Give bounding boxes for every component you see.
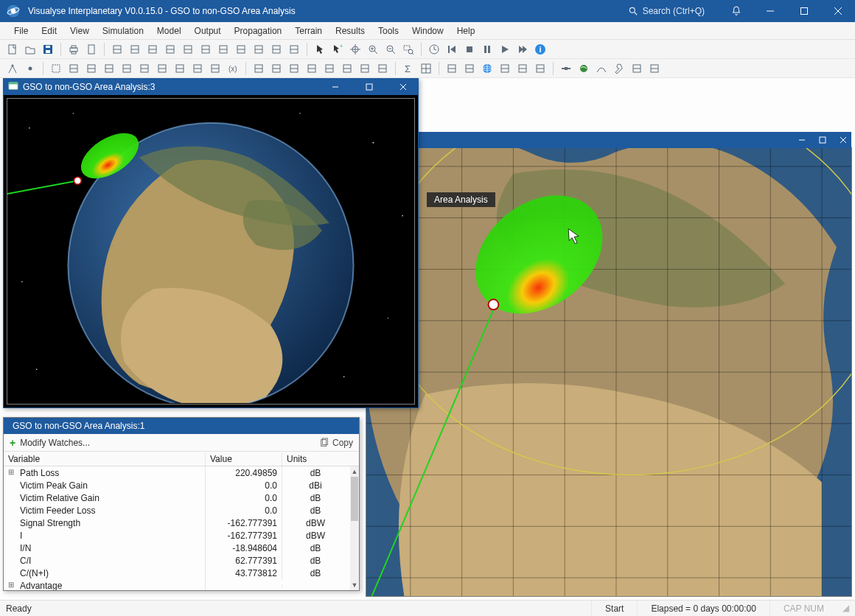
zoom-out-button[interactable] — [383, 41, 399, 57]
buildings-2-button[interactable] — [646, 60, 663, 77]
panel-3-button[interactable] — [497, 60, 513, 77]
link-v-button[interactable] — [83, 60, 100, 77]
layers-button[interactable] — [172, 60, 188, 77]
window-11-button[interactable] — [286, 41, 302, 57]
window-10-button[interactable] — [268, 41, 285, 57]
list-button[interactable] — [101, 60, 117, 77]
watch-row[interactable]: Signal Strength-162.777391dBW — [4, 517, 350, 529]
menu-edit[interactable]: Edit — [35, 24, 63, 38]
globe-window[interactable]: GSO to non-GSO Area Analysis:3 — [3, 78, 419, 408]
resize-grip-icon[interactable]: ◢ — [837, 603, 849, 615]
menu-file[interactable]: File — [7, 24, 35, 38]
save-file-button[interactable] — [40, 41, 56, 57]
paren-x-button[interactable]: (x) — [225, 60, 241, 77]
col-units[interactable]: Units — [282, 452, 349, 466]
list-dot-button[interactable] — [119, 60, 135, 77]
scroll-thumb[interactable] — [351, 477, 358, 521]
menu-terrain[interactable]: Terrain — [288, 24, 329, 38]
buildings-1-button[interactable] — [629, 60, 645, 77]
watch-row[interactable]: C/I62.777391dB — [4, 554, 350, 567]
users-2-button[interactable] — [268, 60, 285, 77]
fast-forward-button[interactable] — [514, 41, 531, 57]
menu-tools[interactable]: Tools — [371, 24, 405, 38]
panel-2-button[interactable] — [461, 60, 478, 77]
menu-view[interactable]: View — [63, 24, 96, 38]
stop-button[interactable] — [461, 41, 478, 57]
info-button[interactable]: i — [532, 41, 548, 57]
menu-propagation[interactable]: Propagation — [228, 24, 289, 38]
antenna-button[interactable] — [4, 60, 21, 77]
clock-button[interactable] — [426, 41, 442, 57]
pause-button[interactable] — [479, 41, 495, 57]
window-8-button[interactable] — [233, 41, 249, 57]
play-button[interactable] — [497, 41, 513, 57]
window-3-button[interactable] — [144, 41, 161, 57]
watch-window[interactable]: GSO to non-GSO Area Analysis:1 + Modify … — [3, 417, 360, 591]
pointer-plus-button[interactable]: + — [329, 41, 346, 57]
open-file-button[interactable] — [22, 41, 38, 57]
step-back-button[interactable] — [444, 41, 460, 57]
pane-maximize-icon[interactable] — [819, 133, 826, 147]
list-x-button[interactable] — [136, 60, 153, 77]
globe-window-titlebar[interactable]: GSO to non-GSO Area Analysis:3 — [4, 79, 418, 95]
window-7-button[interactable] — [215, 41, 231, 57]
menu-simulation[interactable]: Simulation — [96, 24, 150, 38]
menu-results[interactable]: Results — [329, 24, 371, 38]
menu-help[interactable]: Help — [450, 24, 482, 38]
watch-row[interactable]: C/(N+I)43.773812dB — [4, 567, 350, 579]
watch-row[interactable]: Path Loss220.49859dB — [4, 466, 350, 479]
maximize-button[interactable] — [787, 0, 821, 22]
zoom-area-button[interactable] — [400, 41, 416, 57]
window-1-button[interactable] — [109, 41, 125, 57]
window-6-button[interactable] — [198, 41, 214, 57]
panel-1-button[interactable] — [444, 60, 460, 77]
users-7-button[interactable] — [357, 60, 373, 77]
pane-minimize-icon[interactable] — [798, 133, 806, 147]
users-5-button[interactable] — [321, 60, 338, 77]
menu-window[interactable]: Window — [405, 24, 450, 38]
plus-icon[interactable]: + — [10, 437, 15, 449]
flow-button[interactable] — [207, 60, 223, 77]
link-h-button[interactable] — [66, 60, 82, 77]
globe-min-button[interactable] — [321, 79, 350, 95]
window-5-button[interactable] — [180, 41, 196, 57]
sat-button[interactable] — [558, 60, 574, 77]
modify-watches-button[interactable]: Modify Watches... — [20, 438, 90, 448]
search-box[interactable]: Search (Ctrl+Q) — [628, 6, 705, 16]
path-button[interactable] — [593, 60, 610, 77]
page-button[interactable] — [83, 41, 100, 57]
watch-row[interactable]: I/N-18.948604dB — [4, 542, 350, 554]
grid-button[interactable] — [418, 60, 434, 77]
wrench-button[interactable] — [611, 60, 627, 77]
notifications-button[interactable] — [719, 5, 753, 17]
window-2-button[interactable] — [127, 41, 143, 57]
menu-model[interactable]: Model — [150, 24, 188, 38]
window-9-button[interactable] — [251, 41, 267, 57]
panel-5-button[interactable] — [532, 60, 548, 77]
pane-close-icon[interactable] — [840, 133, 847, 147]
users-4-button[interactable] — [304, 60, 320, 77]
earth-button[interactable] — [576, 60, 592, 77]
map-view-pane[interactable]: Area Analysis — [366, 147, 852, 597]
globe-small-button[interactable] — [479, 60, 495, 77]
window-4-button[interactable] — [162, 41, 178, 57]
close-button[interactable] — [821, 0, 855, 22]
box-button[interactable] — [48, 60, 64, 77]
scroll-down-icon[interactable]: ▼ — [350, 580, 359, 590]
crosshair-button[interactable] — [347, 41, 363, 57]
sigma-button[interactable]: Σ — [400, 60, 416, 77]
col-variable[interactable]: Variable — [4, 452, 206, 466]
minimize-button[interactable] — [753, 0, 787, 22]
watch-row[interactable]: Advantage — [4, 579, 350, 590]
watch-row[interactable]: Victim Relative Gain0.0dB — [4, 491, 350, 504]
signal-button[interactable] — [189, 60, 206, 77]
globe-close-button[interactable] — [388, 79, 418, 95]
watch-row[interactable]: I-162.777391dBW — [4, 529, 350, 542]
pointer-button[interactable] — [312, 41, 328, 57]
watch-row[interactable]: Victim Feeder Loss0.0dB — [4, 504, 350, 517]
watch-window-titlebar[interactable]: GSO to non-GSO Area Analysis:1 — [4, 418, 359, 434]
columns-button[interactable] — [154, 60, 170, 77]
col-value[interactable]: Value — [206, 452, 282, 466]
dot-button[interactable] — [22, 60, 38, 77]
zoom-in-button[interactable] — [365, 41, 381, 57]
